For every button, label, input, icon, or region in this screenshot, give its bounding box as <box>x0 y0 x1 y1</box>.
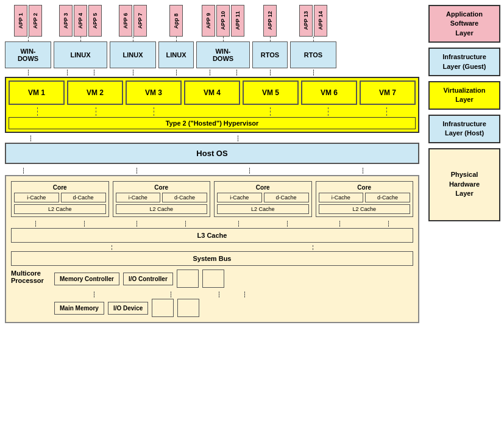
os-rtos1: RTOS <box>252 41 288 68</box>
io-controller: I/O Controller <box>123 273 173 285</box>
legend-phys-layer: PhysicalHardwareLayer <box>428 148 500 221</box>
os-windows2: WIN-DOWS <box>196 41 250 68</box>
core1-icache: i-Cache <box>14 193 59 202</box>
col-windows2: APP 9 APP 10 APP 11 WIN-DOWS <box>196 5 250 68</box>
os-rtos2: RTOS <box>290 41 336 68</box>
legend-virt-layer: VirtualizationLayer <box>428 81 500 110</box>
col-linux3: App 8 LINUX <box>158 5 194 68</box>
system-bus: System Bus <box>11 251 413 266</box>
core3: Core i-Cache d-Cache L2 Cache <box>214 181 312 217</box>
host-os: Host OS <box>5 143 419 164</box>
app1: APP 1 <box>14 5 27 37</box>
extra-device2 <box>177 299 199 317</box>
apps-os-section: APP 1 APP 2 WIN-DOWS APP 3 APP 4 APP 5 L… <box>5 5 419 68</box>
dashed-connectors-3 <box>5 135 419 141</box>
core4-dcache: d-Cache <box>365 193 410 202</box>
extra-device1 <box>152 299 174 317</box>
col-rtos2: APP 13 APP 14 RTOS <box>290 5 336 68</box>
app9: APP 9 <box>202 5 215 37</box>
core1-cache-row: i-Cache d-Cache <box>14 193 106 202</box>
app3: APP 3 <box>59 5 73 37</box>
core2-dcache: d-Cache <box>162 193 207 202</box>
app13: APP 13 <box>299 5 313 37</box>
app10: APP 10 <box>216 5 230 37</box>
core4: Core i-Cache d-Cache L2 Cache <box>316 181 414 217</box>
vm2: VM 2 <box>67 80 123 105</box>
multicore-label: MulticoreProcessor <box>11 269 51 284</box>
col-linux2: APP 6 APP 7 LINUX <box>110 5 156 68</box>
os-windows1: WIN-DOWS <box>5 41 51 68</box>
app11: APP 11 <box>231 5 244 37</box>
app-group6: APP 12 <box>263 5 277 37</box>
core4-l2: L2 Cache <box>319 204 411 214</box>
extra-box2 <box>202 269 224 288</box>
vm5: VM 5 <box>243 80 299 105</box>
core3-title: Core <box>217 184 309 191</box>
core1: Core i-Cache d-Cache L2 Cache <box>11 181 109 217</box>
app-group7: APP 13 APP 14 <box>299 5 327 37</box>
core4-cache-row: i-Cache d-Cache <box>319 193 411 202</box>
app-group4: App 8 <box>169 5 183 37</box>
core2-icache: i-Cache <box>116 193 161 202</box>
core2-title: Core <box>116 184 208 191</box>
vm7: VM 7 <box>360 80 416 105</box>
diagram-content: APP 1 APP 2 WIN-DOWS APP 3 APP 4 APP 5 L… <box>5 5 419 323</box>
core3-icache: i-Cache <box>217 193 262 202</box>
os-linux1: LINUX <box>54 41 107 68</box>
legend-infra-guest: InfrastructureLayer (Guest) <box>428 48 500 76</box>
app-group1: APP 1 APP 2 <box>14 5 42 37</box>
app5: APP 5 <box>88 5 102 37</box>
ctrl-row: Memory Controller I/O Controller <box>54 269 413 288</box>
extra-box1 <box>177 269 199 288</box>
cpu-cores-row: Core i-Cache d-Cache L2 Cache Core i-Cac… <box>11 181 413 217</box>
core2-l2: L2 Cache <box>116 204 208 214</box>
device-row: Main Memory I/O Device <box>54 299 413 317</box>
dashed-connectors-1 <box>5 70 419 76</box>
col-rtos1: APP 12 RTOS <box>252 5 288 68</box>
core3-cache-row: i-Cache d-Cache <box>217 193 309 202</box>
vm3: VM 3 <box>126 80 182 105</box>
ctrl-connectors <box>54 291 413 298</box>
hardware-section: Core i-Cache d-Cache L2 Cache Core i-Cac… <box>5 175 419 323</box>
hypervisor-label: Type 2 ("Hosted") Hypervisor <box>9 117 416 129</box>
vm6: VM 6 <box>301 80 357 105</box>
core2: Core i-Cache d-Cache L2 Cache <box>113 181 211 217</box>
bottom-hw-row: MulticoreProcessor Memory Controller I/O… <box>11 269 413 317</box>
main-diagram: APP 1 APP 2 WIN-DOWS APP 3 APP 4 APP 5 L… <box>0 0 425 439</box>
legend-app-layer: ApplicationSoftwareLayer <box>428 5 500 43</box>
core2-cache-row: i-Cache d-Cache <box>116 193 208 202</box>
dashed-connectors-2 <box>9 107 416 116</box>
app-group2: APP 3 APP 4 APP 5 <box>59 5 102 37</box>
app7: APP 7 <box>133 5 147 37</box>
core3-dcache: d-Cache <box>264 193 309 202</box>
right-legend: ApplicationSoftwareLayer InfrastructureL… <box>425 0 504 439</box>
app8: App 8 <box>169 5 183 37</box>
memory-controller: Memory Controller <box>54 273 119 285</box>
os-linux2: LINUX <box>110 41 156 68</box>
col-linux1: APP 3 APP 4 APP 5 LINUX <box>54 5 107 68</box>
legend-infra-host: InfrastructureLayer (Host) <box>428 115 500 143</box>
app14: APP 14 <box>314 5 327 37</box>
app12: APP 12 <box>263 5 277 37</box>
dashed-connectors-4 <box>5 168 419 174</box>
core4-icache: i-Cache <box>319 193 364 202</box>
l3-cache: L3 Cache <box>11 228 413 243</box>
col-windows1: APP 1 APP 2 WIN-DOWS <box>5 5 51 68</box>
os-linux3: LINUX <box>158 41 194 68</box>
controllers-devices: Memory Controller I/O Controller <box>54 269 413 317</box>
main-memory: Main Memory <box>54 302 104 315</box>
vm4: VM 4 <box>184 80 240 105</box>
io-device: I/O Device <box>108 302 148 315</box>
app2: APP 2 <box>29 5 42 37</box>
core1-dcache: d-Cache <box>61 193 106 202</box>
app6: APP 6 <box>119 5 132 37</box>
core4-title: Core <box>319 184 411 191</box>
core1-l2: L2 Cache <box>14 204 106 214</box>
core1-title: Core <box>14 184 106 191</box>
app-group3: APP 6 APP 7 <box>119 5 147 37</box>
vm-row: VM 1 VM 2 VM 3 VM 4 VM 5 VM 6 VM 7 <box>9 80 416 105</box>
core-connectors <box>11 221 413 227</box>
l3-connectors <box>11 245 413 250</box>
virtualization-layer: VM 1 VM 2 VM 3 VM 4 VM 5 VM 6 VM 7 Type … <box>5 77 419 133</box>
app-group5: APP 9 APP 10 APP 11 <box>202 5 244 37</box>
